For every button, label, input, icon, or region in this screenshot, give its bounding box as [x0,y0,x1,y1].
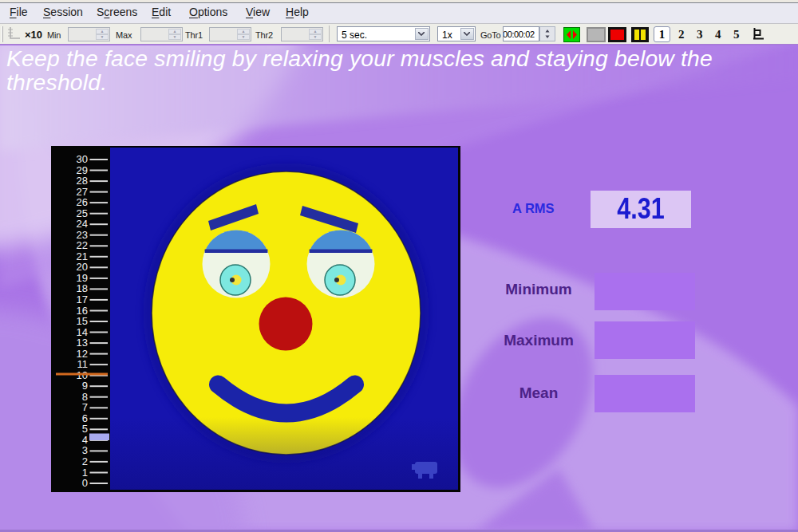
svg-text:4: 4 [82,434,88,446]
svg-text:2: 2 [82,455,88,467]
svg-text:18: 18 [77,282,88,294]
svg-text:16: 16 [77,305,88,317]
svg-text:22: 22 [77,239,88,251]
svg-text:0: 0 [82,477,88,489]
svg-text:3: 3 [82,444,88,456]
svg-text:12: 12 [77,348,88,360]
svg-text:24: 24 [77,218,88,230]
svg-text:15: 15 [77,315,88,327]
svg-text:14: 14 [77,326,88,338]
svg-text:7: 7 [82,401,88,413]
svg-text:19: 19 [77,272,88,284]
svg-text:9: 9 [82,380,88,392]
svg-text:8: 8 [82,391,88,403]
svg-text:30: 30 [77,153,88,165]
svg-text:29: 29 [77,164,88,176]
svg-text:28: 28 [77,175,88,187]
svg-text:20: 20 [77,261,88,273]
svg-text:23: 23 [77,229,88,241]
svg-text:25: 25 [77,207,88,219]
svg-text:11: 11 [77,358,89,370]
svg-text:17: 17 [77,294,88,305]
svg-text:6: 6 [82,412,88,424]
svg-text:5: 5 [82,423,88,435]
svg-text:27: 27 [77,186,88,198]
svg-text:26: 26 [77,196,88,208]
svg-text:21: 21 [77,250,88,262]
svg-text:13: 13 [77,337,88,349]
svg-text:1: 1 [82,467,88,479]
